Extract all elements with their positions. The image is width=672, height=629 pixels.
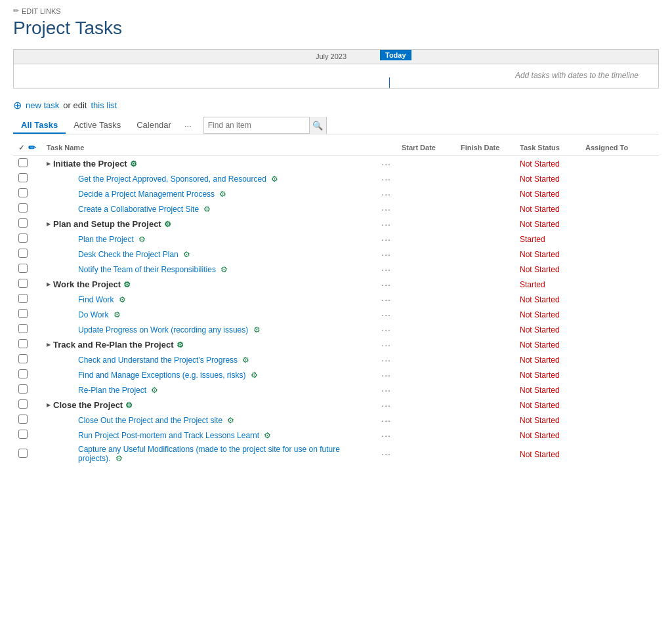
task-name-child[interactable]: Check and Understand the Project's Progr…	[47, 355, 371, 365]
collapse-icon[interactable]: ▸	[47, 401, 51, 409]
task-settings-icon[interactable]: ⚙	[130, 159, 137, 169]
task-settings-icon[interactable]: ⚙	[217, 190, 226, 199]
task-settings-icon[interactable]: ⚙	[116, 295, 125, 304]
task-name-child[interactable]: Notify the Team of their Responsibilitie…	[47, 265, 371, 274]
row-dots-menu[interactable]: ···	[376, 277, 396, 292]
row-dots-menu[interactable]: ···	[376, 262, 396, 277]
row-dots-menu[interactable]: ···	[376, 292, 396, 307]
today-button[interactable]: Today	[380, 50, 411, 60]
collapse-icon[interactable]: ▸	[47, 220, 51, 228]
task-name-child[interactable]: Capture any Useful Modifications (made t…	[47, 445, 371, 463]
row-dots-menu[interactable]: ···	[376, 171, 396, 186]
row-checkbox[interactable]	[18, 339, 28, 348]
row-dots-menu[interactable]: ···	[376, 367, 396, 382]
search-input[interactable]	[204, 119, 309, 131]
row-checkbox[interactable]	[18, 264, 28, 273]
tab-active-tasks[interactable]: Active Tasks	[66, 117, 129, 134]
task-settings-icon[interactable]: ⚙	[164, 220, 171, 229]
row-checkbox[interactable]	[18, 203, 28, 213]
row-checkbox[interactable]	[18, 173, 28, 182]
row-checkbox[interactable]	[18, 279, 28, 288]
task-settings-icon[interactable]: ⚙	[123, 280, 131, 289]
collapse-icon[interactable]: ▸	[47, 280, 51, 289]
dots-menu-icon[interactable]: ···	[381, 204, 391, 214]
task-settings-icon[interactable]: ⚙	[225, 416, 234, 425]
row-dots-menu[interactable]: ···	[376, 232, 396, 247]
task-settings-icon[interactable]: ⚙	[251, 325, 260, 335]
task-name-child[interactable]: Find and Manage Exceptions (e.g. issues,…	[47, 371, 371, 380]
row-checkbox[interactable]	[18, 309, 28, 318]
task-name-child[interactable]: Get the Project Approved, Sponsored, and…	[47, 174, 371, 184]
task-settings-icon[interactable]: ⚙	[262, 431, 271, 440]
task-settings-icon[interactable]: ⚙	[113, 454, 122, 463]
task-name-child[interactable]: Plan the Project ⚙	[47, 235, 371, 244]
row-checkbox[interactable]	[18, 415, 28, 424]
dots-menu-icon[interactable]: ···	[381, 355, 391, 365]
dots-menu-icon[interactable]: ···	[381, 159, 391, 169]
row-dots-menu[interactable]: ···	[376, 186, 396, 201]
row-checkbox[interactable]	[18, 399, 28, 409]
row-dots-menu[interactable]: ···	[376, 247, 396, 262]
dots-menu-icon[interactable]: ···	[381, 370, 391, 380]
row-checkbox[interactable]	[18, 324, 28, 333]
dots-menu-icon[interactable]: ···	[381, 430, 391, 441]
row-dots-menu[interactable]: ···	[376, 156, 396, 172]
collapse-icon[interactable]: ▸	[47, 340, 51, 349]
task-settings-icon[interactable]: ⚙	[219, 265, 228, 274]
dots-menu-icon[interactable]: ···	[381, 340, 391, 350]
row-checkbox[interactable]	[18, 188, 28, 197]
dots-menu-icon[interactable]: ···	[381, 279, 391, 290]
task-name-child[interactable]: Desk Check the Project Plan ⚙	[47, 250, 371, 259]
dots-menu-icon[interactable]: ···	[381, 449, 391, 459]
row-dots-menu[interactable]: ···	[376, 337, 396, 352]
row-checkbox[interactable]	[18, 218, 28, 228]
row-dots-menu[interactable]: ···	[376, 397, 396, 413]
task-settings-icon[interactable]: ⚙	[201, 205, 211, 214]
row-dots-menu[interactable]: ···	[376, 443, 396, 465]
task-settings-icon[interactable]: ⚙	[149, 386, 158, 395]
tab-more[interactable]: ···	[179, 118, 197, 133]
new-task-link[interactable]: new task	[26, 100, 59, 110]
row-checkbox[interactable]	[18, 249, 28, 258]
row-checkbox[interactable]	[18, 158, 28, 167]
dots-menu-icon[interactable]: ···	[381, 325, 391, 335]
row-checkbox[interactable]	[18, 354, 28, 363]
row-dots-menu[interactable]: ···	[376, 382, 396, 397]
header-edit-icon[interactable]: ✏	[28, 142, 36, 153]
dots-menu-icon[interactable]: ···	[381, 400, 391, 411]
row-dots-menu[interactable]: ···	[376, 322, 396, 337]
row-checkbox[interactable]	[18, 430, 28, 439]
dots-menu-icon[interactable]: ···	[381, 189, 391, 199]
task-settings-icon[interactable]: ⚙	[240, 355, 249, 365]
row-checkbox[interactable]	[18, 369, 28, 378]
row-dots-menu[interactable]: ···	[376, 201, 396, 216]
task-name-child[interactable]: Re-Plan the Project ⚙	[47, 386, 371, 395]
row-checkbox[interactable]	[18, 384, 28, 394]
edit-links[interactable]: ✏ EDIT LINKS	[13, 7, 659, 15]
search-icon[interactable]: 🔍	[309, 117, 326, 134]
row-checkbox[interactable]	[18, 294, 28, 303]
task-settings-icon[interactable]: ⚙	[125, 401, 133, 410]
task-name-child[interactable]: Run Project Post-mortem and Track Lesson…	[47, 431, 371, 440]
row-dots-menu[interactable]: ···	[376, 428, 396, 443]
this-list-link[interactable]: this list	[91, 100, 117, 110]
task-settings-icon[interactable]: ⚙	[177, 340, 184, 350]
dots-menu-icon[interactable]: ···	[381, 415, 391, 426]
task-settings-icon[interactable]: ⚙	[248, 371, 257, 380]
task-settings-icon[interactable]: ⚙	[111, 310, 120, 319]
dots-menu-icon[interactable]: ···	[381, 219, 391, 230]
row-dots-menu[interactable]: ···	[376, 352, 396, 367]
row-checkbox[interactable]	[18, 449, 28, 458]
row-dots-menu[interactable]: ···	[376, 216, 396, 232]
tab-all-tasks[interactable]: All Tasks	[13, 117, 66, 134]
task-name-child[interactable]: Close Out the Project and the Project si…	[47, 416, 371, 425]
dots-menu-icon[interactable]: ···	[381, 264, 391, 275]
dots-menu-icon[interactable]: ···	[381, 234, 391, 245]
row-dots-menu[interactable]: ···	[376, 307, 396, 322]
task-name-child[interactable]: Find Work ⚙	[47, 295, 371, 304]
row-dots-menu[interactable]: ···	[376, 413, 396, 428]
dots-menu-icon[interactable]: ···	[381, 310, 391, 320]
task-name-child[interactable]: Update Progress on Work (recording any i…	[47, 325, 371, 335]
task-name-child[interactable]: Do Work ⚙	[47, 310, 371, 319]
task-settings-icon[interactable]: ⚙	[269, 174, 278, 184]
